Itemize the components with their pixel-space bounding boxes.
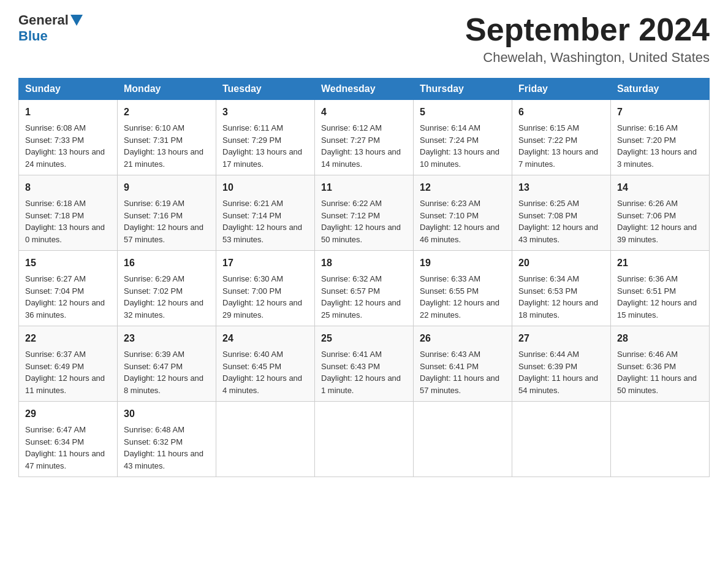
day-info: Sunrise: 6:16 AMSunset: 7:20 PMDaylight:… xyxy=(617,123,697,169)
month-title: September 2024 xyxy=(465,12,710,47)
calendar-cell: 2Sunrise: 6:10 AMSunset: 7:31 PMDaylight… xyxy=(118,100,216,175)
calendar-cell: 5Sunrise: 6:14 AMSunset: 7:24 PMDaylight… xyxy=(414,100,512,175)
calendar-cell xyxy=(611,402,710,477)
day-info: Sunrise: 6:15 AMSunset: 7:22 PMDaylight:… xyxy=(518,123,598,169)
day-number: 3 xyxy=(222,105,308,120)
column-header-sunday: Sunday xyxy=(19,79,118,100)
calendar-cell xyxy=(315,402,414,477)
calendar-cell: 6Sunrise: 6:15 AMSunset: 7:22 PMDaylight… xyxy=(512,100,611,175)
day-number: 26 xyxy=(420,331,506,346)
calendar-cell: 29Sunrise: 6:47 AMSunset: 6:34 PMDayligh… xyxy=(19,402,118,477)
calendar-cell: 1Sunrise: 6:08 AMSunset: 7:33 PMDaylight… xyxy=(19,100,118,175)
calendar-cell: 10Sunrise: 6:21 AMSunset: 7:14 PMDayligh… xyxy=(216,175,315,251)
day-number: 27 xyxy=(518,331,604,346)
day-number: 23 xyxy=(124,331,210,346)
calendar-cell: 7Sunrise: 6:16 AMSunset: 7:20 PMDaylight… xyxy=(611,100,710,175)
day-info: Sunrise: 6:18 AMSunset: 7:18 PMDaylight:… xyxy=(25,199,105,244)
title-block: September 2024 Chewelah, Washington, Uni… xyxy=(465,12,710,66)
calendar-cell: 28Sunrise: 6:46 AMSunset: 6:36 PMDayligh… xyxy=(611,326,710,402)
day-info: Sunrise: 6:08 AMSunset: 7:33 PMDaylight:… xyxy=(25,123,105,169)
calendar-cell: 30Sunrise: 6:48 AMSunset: 6:32 PMDayligh… xyxy=(118,402,216,477)
calendar-cell: 25Sunrise: 6:41 AMSunset: 6:43 PMDayligh… xyxy=(315,326,414,402)
column-header-monday: Monday xyxy=(118,79,216,100)
calendar-cell: 14Sunrise: 6:26 AMSunset: 7:06 PMDayligh… xyxy=(611,175,710,251)
calendar-cell: 27Sunrise: 6:44 AMSunset: 6:39 PMDayligh… xyxy=(512,326,611,402)
calendar-cell: 21Sunrise: 6:36 AMSunset: 6:51 PMDayligh… xyxy=(611,251,710,326)
day-number: 9 xyxy=(124,180,210,195)
day-number: 24 xyxy=(222,331,308,346)
day-info: Sunrise: 6:26 AMSunset: 7:06 PMDaylight:… xyxy=(617,199,697,244)
calendar-cell xyxy=(414,402,512,477)
day-info: Sunrise: 6:12 AMSunset: 7:27 PMDaylight:… xyxy=(321,123,401,169)
calendar-cell: 4Sunrise: 6:12 AMSunset: 7:27 PMDaylight… xyxy=(315,100,414,175)
calendar-cell xyxy=(216,402,315,477)
day-number: 8 xyxy=(25,180,111,195)
day-number: 28 xyxy=(617,331,703,346)
column-header-saturday: Saturday xyxy=(611,79,710,100)
day-number: 4 xyxy=(321,105,407,120)
day-number: 22 xyxy=(25,331,111,346)
day-info: Sunrise: 6:43 AMSunset: 6:41 PMDaylight:… xyxy=(420,350,499,395)
day-number: 6 xyxy=(518,105,604,120)
day-number: 7 xyxy=(617,105,703,120)
day-info: Sunrise: 6:44 AMSunset: 6:39 PMDaylight:… xyxy=(518,350,598,395)
day-number: 5 xyxy=(420,105,506,120)
day-number: 13 xyxy=(518,180,604,195)
column-header-thursday: Thursday xyxy=(414,79,512,100)
day-number: 2 xyxy=(124,105,210,120)
calendar-cell xyxy=(512,402,611,477)
day-info: Sunrise: 6:29 AMSunset: 7:02 PMDaylight:… xyxy=(124,274,203,320)
day-number: 19 xyxy=(420,256,506,270)
logo-blue-text: Blue xyxy=(18,28,48,44)
day-info: Sunrise: 6:37 AMSunset: 6:49 PMDaylight:… xyxy=(25,350,105,395)
day-number: 15 xyxy=(25,256,111,270)
calendar-cell: 19Sunrise: 6:33 AMSunset: 6:55 PMDayligh… xyxy=(414,251,512,326)
calendar-week-row: 22Sunrise: 6:37 AMSunset: 6:49 PMDayligh… xyxy=(19,326,710,402)
day-info: Sunrise: 6:48 AMSunset: 6:32 PMDaylight:… xyxy=(124,425,203,470)
calendar-cell: 9Sunrise: 6:19 AMSunset: 7:16 PMDaylight… xyxy=(118,175,216,251)
calendar-week-row: 29Sunrise: 6:47 AMSunset: 6:34 PMDayligh… xyxy=(19,402,710,477)
calendar-cell: 18Sunrise: 6:32 AMSunset: 6:57 PMDayligh… xyxy=(315,251,414,326)
calendar-cell: 8Sunrise: 6:18 AMSunset: 7:18 PMDaylight… xyxy=(19,175,118,251)
day-number: 1 xyxy=(25,105,111,120)
calendar-week-row: 1Sunrise: 6:08 AMSunset: 7:33 PMDaylight… xyxy=(19,100,710,175)
day-number: 30 xyxy=(124,407,210,421)
location-title: Chewelah, Washington, United States xyxy=(465,50,710,66)
calendar-cell: 3Sunrise: 6:11 AMSunset: 7:29 PMDaylight… xyxy=(216,100,315,175)
day-number: 12 xyxy=(420,180,506,195)
column-header-friday: Friday xyxy=(512,79,611,100)
day-number: 14 xyxy=(617,180,703,195)
day-info: Sunrise: 6:33 AMSunset: 6:55 PMDaylight:… xyxy=(420,274,499,320)
logo-triangle-icon xyxy=(70,15,83,26)
logo: General Blue xyxy=(18,12,85,44)
calendar-cell: 12Sunrise: 6:23 AMSunset: 7:10 PMDayligh… xyxy=(414,175,512,251)
calendar-cell: 13Sunrise: 6:25 AMSunset: 7:08 PMDayligh… xyxy=(512,175,611,251)
calendar-week-row: 8Sunrise: 6:18 AMSunset: 7:18 PMDaylight… xyxy=(19,175,710,251)
day-info: Sunrise: 6:25 AMSunset: 7:08 PMDaylight:… xyxy=(518,199,598,244)
calendar-cell: 11Sunrise: 6:22 AMSunset: 7:12 PMDayligh… xyxy=(315,175,414,251)
day-info: Sunrise: 6:30 AMSunset: 7:00 PMDaylight:… xyxy=(222,274,302,320)
day-number: 16 xyxy=(124,256,210,270)
column-header-tuesday: Tuesday xyxy=(216,79,315,100)
logo-general-text: General xyxy=(18,12,69,28)
day-info: Sunrise: 6:10 AMSunset: 7:31 PMDaylight:… xyxy=(124,123,203,169)
day-info: Sunrise: 6:14 AMSunset: 7:24 PMDaylight:… xyxy=(420,123,499,169)
day-info: Sunrise: 6:46 AMSunset: 6:36 PMDaylight:… xyxy=(617,350,697,395)
day-info: Sunrise: 6:39 AMSunset: 6:47 PMDaylight:… xyxy=(124,350,203,395)
calendar-cell: 26Sunrise: 6:43 AMSunset: 6:41 PMDayligh… xyxy=(414,326,512,402)
day-info: Sunrise: 6:27 AMSunset: 7:04 PMDaylight:… xyxy=(25,274,105,320)
day-number: 17 xyxy=(222,256,308,270)
day-number: 25 xyxy=(321,331,407,346)
day-info: Sunrise: 6:40 AMSunset: 6:45 PMDaylight:… xyxy=(222,350,302,395)
calendar-table: SundayMondayTuesdayWednesdayThursdayFrid… xyxy=(18,78,710,477)
calendar-cell: 17Sunrise: 6:30 AMSunset: 7:00 PMDayligh… xyxy=(216,251,315,326)
day-number: 21 xyxy=(617,256,703,270)
calendar-cell: 15Sunrise: 6:27 AMSunset: 7:04 PMDayligh… xyxy=(19,251,118,326)
day-info: Sunrise: 6:32 AMSunset: 6:57 PMDaylight:… xyxy=(321,274,401,320)
day-info: Sunrise: 6:22 AMSunset: 7:12 PMDaylight:… xyxy=(321,199,401,244)
day-number: 18 xyxy=(321,256,407,270)
day-info: Sunrise: 6:19 AMSunset: 7:16 PMDaylight:… xyxy=(124,199,203,244)
page-header: General Blue September 2024 Chewelah, Wa… xyxy=(18,12,710,66)
column-header-wednesday: Wednesday xyxy=(315,79,414,100)
day-number: 29 xyxy=(25,407,111,421)
